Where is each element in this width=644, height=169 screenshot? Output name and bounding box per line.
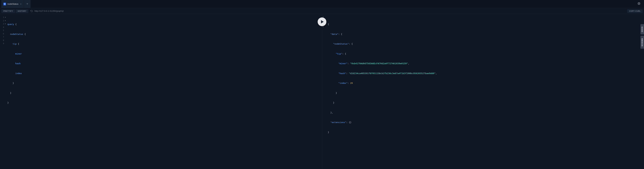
play-icon: [321, 20, 324, 23]
copy-curl-button[interactable]: COPY CURL: [627, 9, 643, 13]
toolbar: PRETTIFY HISTORY COPY CURL: [0, 8, 644, 14]
query-tab-icon: Q: [3, 3, 6, 5]
endpoint-url-input[interactable]: [34, 10, 626, 12]
fold-marker-icon[interactable]: ▼: [5, 23, 6, 25]
query-editor[interactable]: 1▼ 2▼ 3▼ 4 5 6 7 8 9 query { nodeStatus …: [0, 14, 322, 169]
side-tabs: DOCS SCHEMA: [640, 24, 644, 49]
tab-bar: Q nodeStatus × +: [0, 0, 644, 8]
tab-label: nodeStatus: [8, 3, 18, 5]
result-code: { "data": { "nodeStatus": { "tip": { "mi…: [326, 14, 644, 169]
execute-button[interactable]: [318, 17, 326, 26]
gear-icon[interactable]: [635, 2, 643, 6]
prettify-button[interactable]: PRETTIFY: [1, 9, 15, 13]
tab-nodestatus[interactable]: Q nodeStatus ×: [1, 0, 24, 8]
schema-tab[interactable]: SCHEMA: [640, 36, 644, 49]
new-tab-button[interactable]: +: [24, 0, 31, 8]
fold-marker-icon[interactable]: ▼: [5, 20, 6, 22]
main-editor-area: 1▼ 2▼ 3▼ 4 5 6 7 8 9 query { nodeStatus …: [0, 14, 644, 169]
result-fold-gutter: ▼ ▼ ▼ ▼: [322, 14, 326, 169]
history-button[interactable]: HISTORY: [16, 9, 28, 13]
docs-tab[interactable]: DOCS: [640, 24, 644, 34]
query-code[interactable]: query { nodeStatus { tip { miner hash in…: [5, 14, 322, 169]
line-gutter: 1▼ 2▼ 3▼ 4 5 6 7 8 9: [0, 14, 5, 169]
fold-marker-icon[interactable]: ▼: [5, 16, 6, 18]
result-viewer[interactable]: ▼ ▼ ▼ ▼ { "data": { "nodeStatus": { "tip…: [322, 14, 644, 169]
refresh-icon[interactable]: [30, 10, 33, 12]
close-icon[interactable]: ×: [20, 2, 22, 6]
